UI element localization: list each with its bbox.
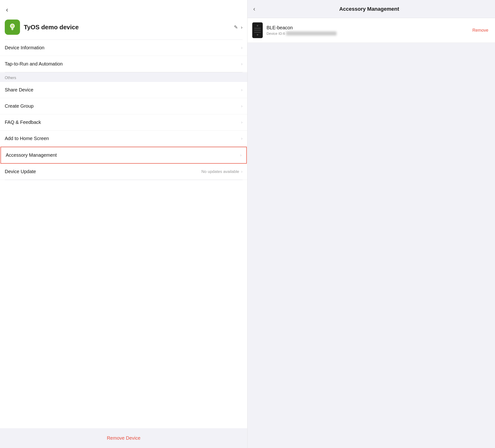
menu-item-create-group[interactable]: Create Group › — [0, 98, 247, 114]
divider-bottom — [5, 180, 243, 180]
device-id-blurred: ████████████████████ — [286, 31, 337, 35]
left-header: ‹ — [0, 0, 247, 15]
share-device-right: › — [241, 87, 243, 92]
icon-dot — [257, 25, 258, 27]
chevron-icon: › — [241, 104, 243, 109]
device-update-right: No updates available › — [201, 169, 243, 174]
lightbulb-icon — [8, 23, 17, 32]
right-panel-spacer — [248, 43, 495, 448]
icon-line — [254, 28, 261, 29]
edit-icon[interactable]: ✎ — [234, 24, 238, 30]
device-actions: ✎ › — [234, 24, 243, 30]
right-header: ‹ Accessory Management — [248, 0, 495, 18]
create-group-right: › — [241, 104, 243, 109]
chevron-icon: › — [241, 169, 243, 174]
faq-feedback-label: FAQ & Feedback — [5, 120, 41, 125]
device-id-prefix: Device ID:6 — [267, 31, 285, 35]
accessory-device-icon — [252, 22, 263, 38]
add-home-screen-label: Add to Home Screen — [5, 136, 49, 141]
chevron-icon: › — [241, 45, 243, 50]
chevron-icon: › — [241, 120, 243, 125]
device-information-right: › — [241, 45, 243, 50]
device-update-status: No updates available — [201, 169, 239, 174]
menu-item-accessory-management[interactable]: Accessory Management › — [0, 147, 247, 164]
remove-device-section: Remove Device — [0, 428, 247, 448]
others-label: Others — [5, 76, 16, 80]
device-info-row: TyOS demo device ✎ › — [0, 15, 247, 40]
left-panel: ‹ TyOS demo device ✎ › Device Informatio… — [0, 0, 248, 448]
menu-item-add-home-screen[interactable]: Add to Home Screen › — [0, 130, 247, 147]
share-device-label: Share Device — [5, 87, 33, 93]
icon-line — [254, 30, 261, 30]
right-panel: ‹ Accessory Management BLE-beacon Device… — [248, 0, 495, 448]
others-section-header: Others — [0, 72, 247, 82]
icon-dot — [257, 34, 258, 35]
tap-to-run-label: Tap-to-Run and Automation — [5, 61, 63, 67]
svg-point-4 — [11, 25, 14, 27]
device-information-label: Device Information — [5, 45, 44, 50]
navigate-icon[interactable]: › — [241, 25, 243, 30]
menu-item-device-update[interactable]: Device Update No updates available › — [0, 164, 247, 180]
accessory-item: BLE-beacon Device ID:6 █████████████████… — [248, 18, 495, 43]
accessory-info: BLE-beacon Device ID:6 █████████████████… — [267, 25, 470, 35]
accessory-device-id: Device ID:6 ████████████████████ — [267, 31, 470, 35]
chevron-icon: › — [241, 61, 243, 66]
chevron-icon: › — [240, 153, 242, 158]
accessory-name: BLE-beacon — [267, 25, 470, 30]
accessory-management-right: › — [240, 153, 242, 158]
back-button-left[interactable]: ‹ — [5, 5, 9, 15]
right-panel-title: Accessory Management — [259, 6, 479, 12]
menu-item-share-device[interactable]: Share Device › — [0, 82, 247, 98]
svg-rect-3 — [12, 30, 13, 30]
svg-rect-1 — [11, 28, 14, 29]
back-button-right[interactable]: ‹ — [253, 5, 255, 13]
svg-rect-2 — [12, 29, 13, 30]
tap-to-run-right: › — [241, 61, 243, 66]
chevron-icon: › — [241, 136, 243, 141]
device-name: TyOS demo device — [24, 24, 234, 31]
device-icon — [5, 19, 20, 35]
chevron-icon: › — [241, 87, 243, 92]
icon-line — [254, 32, 261, 33]
remove-accessory-button[interactable]: Remove — [470, 27, 490, 34]
remove-device-button[interactable]: Remove Device — [107, 435, 140, 441]
menu-item-device-information[interactable]: Device Information › — [0, 40, 247, 56]
create-group-label: Create Group — [5, 103, 34, 109]
accessory-list: BLE-beacon Device ID:6 █████████████████… — [248, 18, 495, 43]
faq-feedback-right: › — [241, 120, 243, 125]
menu-item-faq-feedback[interactable]: FAQ & Feedback › — [0, 114, 247, 130]
menu-item-tap-to-run[interactable]: Tap-to-Run and Automation › — [0, 56, 247, 72]
device-update-label: Device Update — [5, 169, 36, 174]
add-home-screen-right: › — [241, 136, 243, 141]
accessory-management-label: Accessory Management — [6, 152, 57, 158]
